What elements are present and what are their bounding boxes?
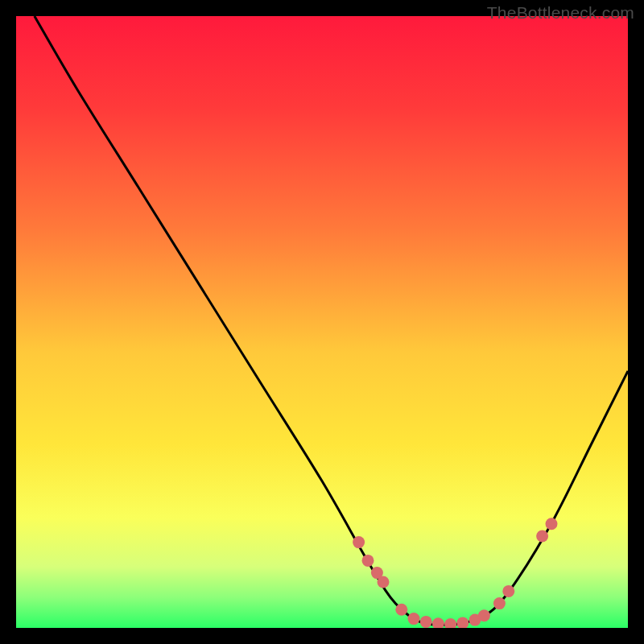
marker-point — [493, 597, 506, 609]
curve-layer — [16, 16, 628, 628]
marker-point — [546, 518, 558, 530]
marker-point — [478, 609, 490, 621]
marker-point — [362, 555, 374, 567]
marker-point — [536, 530, 548, 543]
marker-point — [353, 536, 365, 548]
marker-point — [378, 576, 390, 588]
watermark-text: TheBottleneck.com — [487, 3, 634, 23]
marker-point — [444, 618, 456, 628]
marker-group — [353, 518, 557, 628]
chart-frame: TheBottleneck.com — [0, 0, 644, 644]
marker-point — [408, 613, 420, 625]
marker-point — [432, 617, 444, 628]
marker-point — [456, 617, 469, 628]
marker-point — [502, 585, 514, 597]
marker-point — [395, 604, 407, 616]
marker-point — [420, 616, 432, 628]
plot-area — [16, 16, 628, 628]
